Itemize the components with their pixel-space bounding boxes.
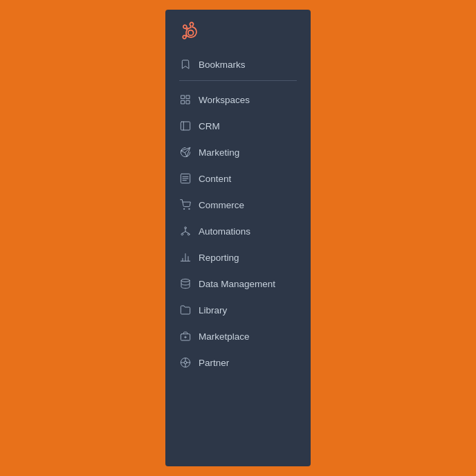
sidebar-item-marketplace[interactable]: Marketplace	[165, 323, 311, 349]
sidebar-item-partner[interactable]: Partner	[165, 349, 311, 376]
svg-line-16	[182, 232, 185, 234]
crm-icon	[179, 120, 192, 132]
svg-rect-2	[186, 100, 190, 104]
partner-label: Partner	[199, 358, 229, 368]
sidebar-item-bookmarks[interactable]: Bookmarks	[165, 51, 311, 77]
partner-icon	[179, 356, 192, 369]
hubspot-logo-icon	[179, 21, 199, 40]
svg-point-27	[184, 361, 187, 364]
commerce-icon	[179, 199, 192, 211]
sidebar-item-commerce[interactable]: Commerce	[165, 192, 311, 218]
library-label: Library	[199, 305, 227, 315]
sidebar-item-crm[interactable]: CRM	[165, 113, 311, 139]
sidebar: Bookmarks Workspaces CRM	[165, 10, 311, 466]
automations-icon	[179, 225, 192, 237]
marketplace-label: Marketplace	[199, 331, 250, 342]
divider	[179, 80, 297, 81]
library-icon	[179, 304, 192, 316]
data-management-icon	[179, 277, 192, 290]
hubspot-logo-container[interactable]	[165, 10, 311, 51]
marketing-icon	[179, 146, 192, 158]
bookmarks-label: Bookmarks	[199, 60, 246, 70]
workspaces-label: Workspaces	[199, 95, 250, 105]
grid-icon	[179, 93, 192, 106]
svg-rect-4	[181, 122, 190, 130]
data-management-label: Data Management	[199, 279, 275, 289]
sidebar-item-workspaces[interactable]: Workspaces	[165, 86, 311, 113]
automations-label: Automations	[199, 226, 250, 237]
sidebar-item-reporting[interactable]: Reporting	[165, 244, 311, 271]
content-label: Content	[199, 174, 231, 184]
reporting-label: Reporting	[199, 253, 239, 263]
svg-rect-3	[181, 100, 185, 104]
svg-rect-0	[181, 95, 185, 99]
marketing-label: Marketing	[199, 147, 239, 158]
sidebar-item-library[interactable]: Library	[165, 297, 311, 323]
svg-rect-1	[186, 95, 190, 99]
svg-point-22	[181, 279, 190, 282]
sidebar-item-automations[interactable]: Automations	[165, 218, 311, 244]
marketplace-icon	[179, 330, 192, 342]
reporting-icon	[179, 251, 192, 264]
sidebar-item-data-management[interactable]: Data Management	[165, 271, 311, 297]
commerce-label: Commerce	[199, 200, 244, 210]
sidebar-item-marketing[interactable]: Marketing	[165, 139, 311, 165]
svg-point-10	[183, 208, 184, 209]
content-icon	[179, 172, 192, 185]
crm-label: CRM	[199, 121, 220, 131]
svg-point-11	[189, 208, 190, 209]
svg-line-17	[185, 232, 189, 234]
sidebar-item-content[interactable]: Content	[165, 165, 311, 192]
bookmark-icon	[179, 58, 192, 71]
